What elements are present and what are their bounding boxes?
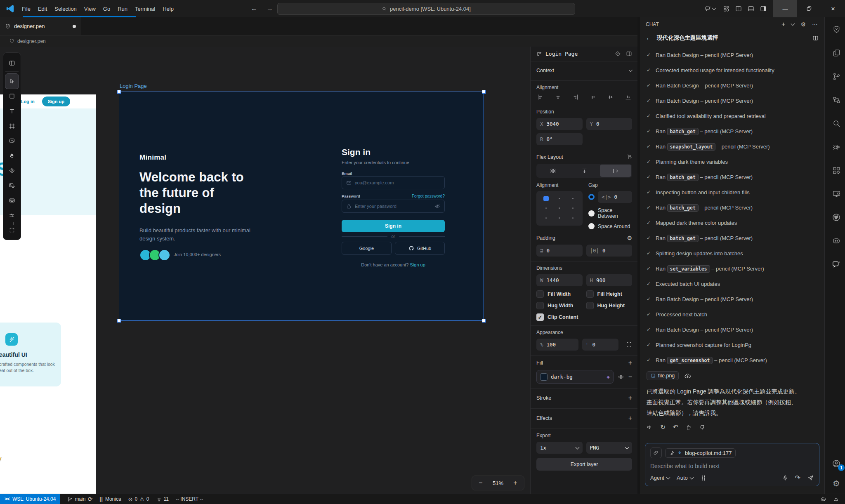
flex-alignment-grid[interactable] xyxy=(536,191,583,226)
agent-step[interactable]: ✓ Ran Batch Design – pencil (MCP Server) xyxy=(647,80,820,90)
agent-step[interactable]: ✓ Ran batch_get – pencil (MCP Server) xyxy=(647,126,820,136)
tab-designer-pen[interactable]: designer.pen xyxy=(0,17,81,35)
partial-login-link[interactable]: Log in xyxy=(21,99,35,104)
remote-explorer-icon[interactable] xyxy=(831,188,842,199)
remove-fill-icon[interactable]: − xyxy=(628,373,632,381)
remote-indicator[interactable]: >< WSL: Ubuntu-24.04 xyxy=(0,494,60,504)
copilot-status-icon[interactable] xyxy=(820,496,826,502)
chat-input-field[interactable]: Describe what to build next xyxy=(650,463,814,469)
agent-step[interactable]: ✓ Ran batch_get – pencil (MCP Server) xyxy=(647,172,820,182)
login-page-frame[interactable]: Minimal Welcome back to the future of de… xyxy=(119,92,484,320)
chat-input-box[interactable]: blog-copilot.md:177 Describe what to bui… xyxy=(645,443,819,486)
position-y-input[interactable]: Y0 xyxy=(586,118,633,130)
run-debug-icon[interactable] xyxy=(831,141,842,152)
tools-icon[interactable] xyxy=(700,475,707,481)
git-branch-item[interactable]: main ⟳ xyxy=(67,496,92,502)
flex-detach-icon[interactable] xyxy=(626,154,632,160)
chevron-down-icon[interactable] xyxy=(629,68,633,72)
menu-item[interactable]: Run xyxy=(114,6,131,12)
menu-item[interactable]: View xyxy=(80,6,99,12)
cloud-download-icon[interactable] xyxy=(684,372,691,379)
zoom-in-button[interactable]: + xyxy=(509,478,522,488)
workflow-icon[interactable] xyxy=(831,94,842,105)
flex-column-option[interactable] xyxy=(569,165,600,177)
breadcrumb[interactable]: designer.pen xyxy=(0,35,637,47)
padding-vertical-input[interactable]: ⊒0 xyxy=(536,245,583,257)
panel-right-icon[interactable] xyxy=(626,51,632,57)
search-icon[interactable] xyxy=(831,118,842,129)
agent-step[interactable]: ✓ Executed batch UI updates xyxy=(647,279,820,289)
align-left-icon[interactable] xyxy=(537,94,543,100)
menu-item[interactable]: Help xyxy=(159,6,177,12)
send-icon[interactable] xyxy=(807,474,814,481)
restore-button[interactable] xyxy=(797,0,821,17)
padding-horizontal-input[interactable]: |0|0 xyxy=(586,245,633,257)
manage-gear-icon[interactable]: ⚙ xyxy=(831,478,842,489)
account-icon[interactable]: 1 xyxy=(831,458,842,469)
fullscreen-tool[interactable] xyxy=(5,223,19,238)
agent-mode-select[interactable]: Agent xyxy=(650,475,670,481)
clip-content-checkbox[interactable]: ✓ xyxy=(536,313,544,321)
agent-step[interactable]: ✓ Planned screenshot capture for LoginPg xyxy=(647,340,820,350)
thumbs-up-icon[interactable] xyxy=(685,424,692,431)
agent-step[interactable]: ✓ Corrected method usage for intended fu… xyxy=(647,65,820,75)
corner-radius-input[interactable]: ⌜0 xyxy=(582,339,618,351)
toggle-panel-tool[interactable] xyxy=(5,55,19,72)
toggle-secondary-sidebar-icon[interactable] xyxy=(760,5,767,12)
align-center-h-icon[interactable] xyxy=(555,94,561,100)
space-around-radio[interactable] xyxy=(588,223,595,229)
hug-width-checkbox[interactable] xyxy=(536,302,544,309)
keyboard-shortcuts-tool[interactable] xyxy=(5,193,19,208)
undo-icon[interactable]: ↶ xyxy=(673,423,678,431)
assets-tool[interactable] xyxy=(5,178,19,193)
fill-value-input[interactable]: dark-bg ◈ xyxy=(536,370,614,384)
command-center-search[interactable]: pencil-demo [WSL: Ubuntu-24.04] xyxy=(277,3,575,15)
space-between-radio[interactable] xyxy=(588,210,595,217)
new-chat-button[interactable]: + xyxy=(781,21,785,28)
height-input[interactable]: H900 xyxy=(586,274,633,286)
resize-handle-tr[interactable] xyxy=(482,90,486,94)
chevron-down-icon[interactable] xyxy=(791,21,795,26)
fill-width-checkbox[interactable] xyxy=(536,290,544,298)
copilot-menu[interactable] xyxy=(705,5,715,12)
agent-step[interactable]: ✓ Ran Batch Design – pencil (MCP Server) xyxy=(647,50,820,60)
fill-height-checkbox[interactable] xyxy=(586,290,594,298)
agent-step[interactable]: ✓ Splitting design updates into batches xyxy=(647,248,820,258)
ai-assistant-icon[interactable] xyxy=(831,236,842,246)
export-layer-button[interactable]: Export layer xyxy=(536,458,632,471)
align-right-icon[interactable] xyxy=(572,94,578,100)
extensions-icon[interactable] xyxy=(831,165,842,176)
padding-settings-gear-icon[interactable]: ⚙ xyxy=(627,235,632,241)
resize-handle-tl[interactable] xyxy=(117,90,121,94)
task-item[interactable]: || Monica xyxy=(99,496,121,502)
vim-mode-item[interactable]: -- INSERT -- xyxy=(176,496,203,502)
menu-item[interactable]: Go xyxy=(99,6,114,12)
flex-none-option[interactable] xyxy=(537,165,569,177)
notifications-bell-icon[interactable] xyxy=(833,496,839,502)
menu-item[interactable]: File xyxy=(18,6,34,12)
zoom-out-button[interactable]: − xyxy=(474,478,487,488)
agent-step[interactable]: ✓ Planning dark theme variables xyxy=(647,157,820,167)
agent-step[interactable]: ✓ Mapped dark theme color updates xyxy=(647,218,820,228)
agent-step[interactable]: ✓ Ran Batch Design – pencil (MCP Server) xyxy=(647,96,820,106)
toggle-panel-icon[interactable] xyxy=(748,5,754,12)
select-tool[interactable] xyxy=(5,73,19,89)
forward-arrow-icon[interactable]: → xyxy=(267,5,273,12)
retry-icon[interactable]: ↻ xyxy=(660,423,666,431)
frame-label[interactable]: Login Page xyxy=(120,83,147,89)
open-in-editor-icon[interactable] xyxy=(812,35,819,41)
width-input[interactable]: W1440 xyxy=(536,274,583,286)
rectangle-tool[interactable] xyxy=(5,89,19,104)
position-x-input[interactable]: X3040 xyxy=(536,118,583,130)
align-top-icon[interactable] xyxy=(590,94,596,100)
design-canvas[interactable]: Log in Sign up S eautiful UI xyxy=(0,47,530,494)
attach-context-button[interactable] xyxy=(650,447,662,458)
independent-corners-icon[interactable] xyxy=(626,341,632,348)
agent-step[interactable]: ✓ Inspecting button and input children f… xyxy=(647,187,820,197)
attachment-chip[interactable]: file.png xyxy=(647,371,679,380)
read-aloud-icon[interactable] xyxy=(647,424,653,431)
more-actions-icon[interactable]: ⋯ xyxy=(812,21,819,28)
partial-signup-button[interactable]: Sign up xyxy=(42,97,70,106)
opacity-input[interactable]: %100 xyxy=(536,339,578,351)
note-tool[interactable] xyxy=(5,134,19,148)
